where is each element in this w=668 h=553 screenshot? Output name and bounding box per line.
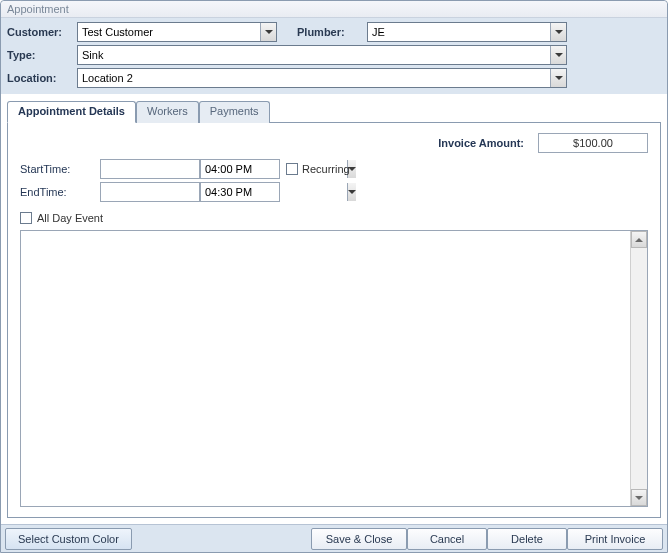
invoice-amount-label: Invoice Amount: <box>438 137 524 149</box>
customer-combo[interactable] <box>77 22 277 42</box>
start-time-field[interactable] <box>200 159 280 179</box>
chevron-down-icon <box>348 190 356 194</box>
scroll-up-button[interactable] <box>631 231 647 248</box>
chevron-down-icon <box>555 30 563 34</box>
footer-toolbar: Select Custom Color Save & Close Cancel … <box>1 524 667 552</box>
customer-label: Customer: <box>7 26 77 38</box>
location-label: Location: <box>7 72 77 84</box>
delete-button[interactable]: Delete <box>487 528 567 550</box>
chevron-down-icon <box>635 496 643 500</box>
plumber-dropdown-button[interactable] <box>550 23 566 41</box>
plumber-combo[interactable] <box>367 22 567 42</box>
start-time-label: StartTime: <box>20 163 100 175</box>
scroll-track-space[interactable] <box>631 248 647 489</box>
notes-textarea[interactable] <box>20 230 648 507</box>
plumber-label: Plumber: <box>297 26 367 38</box>
save-close-button[interactable]: Save & Close <box>311 528 407 550</box>
location-dropdown-button[interactable] <box>550 69 566 87</box>
notes-scrollbar[interactable] <box>630 231 647 506</box>
all-day-label: All Day Event <box>37 212 103 224</box>
end-time-dropdown-button[interactable] <box>347 183 356 201</box>
window-titlebar: Appointment <box>1 1 667 18</box>
print-invoice-button[interactable]: Print Invoice <box>567 528 663 550</box>
select-custom-color-button[interactable]: Select Custom Color <box>5 528 132 550</box>
all-day-row: All Day Event <box>20 212 648 224</box>
tabpanel-details: Invoice Amount: $100.00 StartTime: Recur… <box>7 122 661 518</box>
all-day-checkbox[interactable] <box>20 212 32 224</box>
end-time-label: EndTime: <box>20 186 100 198</box>
tab-workers[interactable]: Workers <box>136 101 199 123</box>
time-grid: StartTime: Recurring EndTime: <box>20 159 648 202</box>
recurring-row: Recurring <box>286 163 648 175</box>
tabs-area: Appointment Details Workers Payments Inv… <box>1 94 667 524</box>
appointment-window: Appointment Customer: Plumber: Type: Loc… <box>0 0 668 553</box>
tab-appointment-details[interactable]: Appointment Details <box>7 101 136 123</box>
header-form: Customer: Plumber: Type: Location: <box>1 18 667 94</box>
start-date-field[interactable] <box>100 159 200 179</box>
invoice-row: Invoice Amount: $100.00 <box>20 133 648 153</box>
end-time-input[interactable] <box>201 183 347 201</box>
location-input[interactable] <box>78 69 550 87</box>
type-input[interactable] <box>78 46 550 64</box>
recurring-checkbox[interactable] <box>286 163 298 175</box>
type-combo[interactable] <box>77 45 567 65</box>
tab-payments[interactable]: Payments <box>199 101 270 123</box>
chevron-down-icon <box>555 53 563 57</box>
customer-dropdown-button[interactable] <box>260 23 276 41</box>
customer-input[interactable] <box>78 23 260 41</box>
chevron-down-icon <box>265 30 273 34</box>
end-date-field[interactable] <box>100 182 200 202</box>
invoice-amount-field[interactable]: $100.00 <box>538 133 648 153</box>
recurring-label: Recurring <box>302 163 350 175</box>
chevron-up-icon <box>635 238 643 242</box>
type-dropdown-button[interactable] <box>550 46 566 64</box>
chevron-down-icon <box>555 76 563 80</box>
type-label: Type: <box>7 49 77 61</box>
location-combo[interactable] <box>77 68 567 88</box>
window-title: Appointment <box>7 3 69 15</box>
end-time-field[interactable] <box>200 182 280 202</box>
plumber-input[interactable] <box>368 23 550 41</box>
tabstrip: Appointment Details Workers Payments <box>7 100 661 122</box>
cancel-button[interactable]: Cancel <box>407 528 487 550</box>
invoice-amount-value: $100.00 <box>573 137 613 149</box>
scroll-down-button[interactable] <box>631 489 647 506</box>
